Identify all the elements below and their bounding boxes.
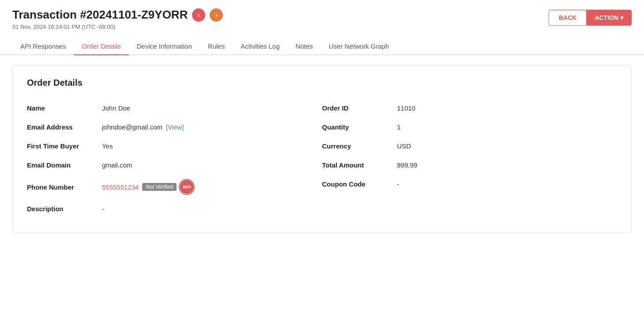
value-quantity: 1: [397, 123, 401, 131]
value-total-amount: 899.99: [397, 161, 418, 169]
tab-rules[interactable]: Rules: [200, 38, 233, 55]
tab-notes[interactable]: Notes: [288, 38, 321, 55]
tab-device-information[interactable]: Device Information: [129, 38, 200, 55]
card-title: Order Details: [27, 78, 617, 88]
action-button[interactable]: ACTION ▾: [586, 10, 632, 26]
prev-transaction-button[interactable]: ‹: [192, 8, 205, 22]
field-quantity: Quantity 1: [322, 118, 618, 137]
field-description: Description -: [27, 199, 322, 218]
header-actions: BACK ACTION ▾: [549, 10, 632, 26]
field-total-amount: Total Amount 899.99: [322, 156, 618, 175]
value-email-domain: gmail.com: [102, 161, 132, 169]
label-name: Name: [27, 104, 102, 112]
field-email: Email Address johndoe@gmail.com [View]: [27, 118, 322, 137]
field-phone-number: Phone Number 5555551234 Not Verified $MS: [27, 175, 322, 199]
tab-user-network-graph[interactable]: User Network Graph: [321, 38, 397, 55]
tab-api-responses[interactable]: API Responses: [12, 38, 74, 55]
label-order-id: Order ID: [322, 104, 397, 112]
left-column: Name John Doe Email Address johndoe@gmai…: [27, 99, 322, 218]
not-verified-badge: Not Verified: [142, 183, 177, 191]
tab-activities-log[interactable]: Activities Log: [233, 38, 287, 55]
back-button[interactable]: BACK: [549, 10, 586, 26]
page-header: Transaction #20241101-Z9YORR ‹ › 01 Nov,…: [0, 0, 644, 34]
label-total-amount: Total Amount: [322, 161, 397, 169]
field-first-time-buyer: First Time Buyer Yes: [27, 137, 322, 156]
label-email-domain: Email Domain: [27, 161, 102, 169]
transaction-title-row: Transaction #20241101-Z9YORR ‹ ›: [12, 8, 223, 22]
details-grid: Name John Doe Email Address johndoe@gmai…: [27, 99, 617, 218]
label-email: Email Address: [27, 123, 102, 131]
value-coupon-code: -: [397, 180, 399, 188]
label-phone-number: Phone Number: [27, 183, 102, 191]
field-email-domain: Email Domain gmail.com: [27, 156, 322, 175]
value-description: -: [102, 205, 104, 213]
tab-bar: API Responses Order Details Device Infor…: [0, 38, 644, 55]
value-email: johndoe@gmail.com [View]: [102, 123, 184, 131]
value-phone-number: 5555551234 Not Verified $MS: [102, 180, 193, 194]
field-name: Name John Doe: [27, 99, 322, 118]
field-currency: Currency USD: [322, 137, 618, 156]
tab-order-details[interactable]: Order Details: [74, 38, 128, 55]
value-name: John Doe: [102, 104, 130, 112]
field-coupon-code: Coupon Code -: [322, 175, 618, 194]
value-first-time-buyer: Yes: [102, 142, 113, 150]
value-order-id: 11010: [397, 104, 416, 112]
label-first-time-buyer: First Time Buyer: [27, 142, 102, 150]
label-currency: Currency: [322, 142, 397, 150]
field-order-id: Order ID 11010: [322, 99, 618, 118]
transaction-date: 01 Nov, 2024 16:14:01 PM (UTC -08:00): [12, 23, 223, 30]
main-content: Order Details Name John Doe Email Addres…: [0, 55, 644, 243]
phone-text: 5555551234: [102, 183, 139, 191]
label-description: Description: [27, 205, 102, 213]
value-currency: USD: [397, 142, 411, 150]
transaction-id: Transaction #20241101-Z9YORR: [12, 8, 188, 22]
order-details-card: Order Details Name John Doe Email Addres…: [12, 65, 632, 233]
label-quantity: Quantity: [322, 123, 397, 131]
right-column: Order ID 11010 Quantity 1 Currency USD T…: [322, 99, 618, 218]
email-text: johndoe@gmail.com: [102, 123, 162, 131]
email-view-link[interactable]: [View]: [166, 123, 184, 131]
next-transaction-button[interactable]: ›: [210, 8, 223, 22]
label-coupon-code: Coupon Code: [322, 180, 397, 188]
sms-button[interactable]: $MS: [180, 180, 193, 194]
header-left: Transaction #20241101-Z9YORR ‹ › 01 Nov,…: [12, 8, 223, 30]
